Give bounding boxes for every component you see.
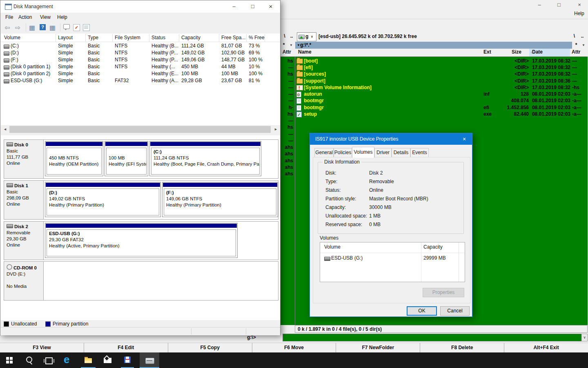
command-history-dropdown[interactable]: ∨ (581, 334, 588, 341)
tab-details[interactable]: Details (392, 148, 410, 157)
scrollbar-thumb[interactable] (9, 126, 271, 133)
tc-left-root-button[interactable]: \ (282, 33, 287, 39)
file-row[interactable]: bootmgrefi1.452.85608.01.2019 02:03-a— (295, 104, 587, 111)
command-line-input[interactable] (283, 334, 581, 341)
dm-menu-help[interactable]: Help (57, 14, 67, 20)
file-row[interactable]: [efi]<DIR>17.03.2019 08:32— (295, 64, 587, 71)
dialog-title-bar[interactable]: IS917 innostor USB Device Properties (310, 133, 472, 145)
dm-menu-file[interactable]: File (5, 14, 13, 20)
volume-row[interactable]: ESD-USB (G:)SimpleBasicFAT32Healthy (A..… (1, 77, 280, 84)
search-button[interactable] (20, 352, 39, 368)
column-header-date[interactable]: ↓Date (530, 49, 543, 56)
tab-volumes[interactable]: Volumes (352, 147, 374, 158)
tc-left-up-button[interactable]: .. (288, 33, 295, 39)
dm-menu-action[interactable]: Action (18, 14, 32, 20)
f8-delete-button[interactable]: F8 Delete (420, 343, 504, 353)
volume-row[interactable]: (Disk 0 partition 1)SimpleBasicNTFSHealt… (1, 63, 280, 70)
scroll-left-icon[interactable]: ◄ (1, 125, 9, 134)
tab-general[interactable]: General (314, 148, 334, 157)
tc-close-button[interactable]: × (572, 0, 586, 10)
dm-col-freespace[interactable]: Free Spa... (221, 34, 245, 42)
file-row[interactable]: setupexe82.44008.01.2019 02:03-a— (295, 111, 587, 117)
file-row[interactable]: [sources]<DIR>17.03.2019 08:32— (295, 71, 587, 77)
tab-events[interactable]: Events (410, 148, 429, 157)
column-header-ext[interactable]: Ext (483, 49, 491, 56)
tc-right-dropdown-icon[interactable]: ▼ (581, 43, 586, 47)
mail-button[interactable] (98, 352, 118, 368)
show-table-icon[interactable]: ▦ (29, 24, 35, 31)
disk2-label[interactable]: Disk 2 Removable 29,30 GB Online (4, 222, 44, 260)
partition-c[interactable]: (C:)111,24 GB NTFSHealthy (Boot, Page Fi… (149, 141, 261, 176)
disk-management-task-button[interactable] (140, 352, 159, 368)
volume-row[interactable]: (Disk 0 partition 2)SimpleBasicHealthy (… (1, 70, 280, 77)
check-disk-icon[interactable]: ✓ (73, 24, 80, 31)
tc-right-root-button[interactable]: \ (571, 33, 577, 39)
ok-button[interactable]: OK (407, 306, 437, 316)
altf4-exit-button[interactable]: Alt+F4 Exit (504, 343, 588, 353)
volumes-list[interactable]: Volume Capacity ESD-USB (G:) 29999 MB (320, 242, 465, 282)
file-row[interactable]: [boot]<DIR>17.03.2019 08:32— (295, 58, 587, 64)
partition-d[interactable]: (D:)149,02 GB NTFSHealthy (Primary Parti… (45, 182, 161, 217)
file-explorer-button[interactable] (78, 352, 98, 368)
partition-esd-usb[interactable]: ESD-USB (G:)29,30 GB FAT32Healthy (Activ… (45, 223, 238, 258)
tc-left-select-button[interactable]: * (281, 42, 287, 48)
f6-move-button[interactable]: F6 Move (252, 343, 336, 353)
dialog-close-button[interactable]: × (457, 133, 472, 145)
help-icon[interactable]: ? (40, 24, 46, 30)
f7-newfolder-button[interactable]: F7 NewFolder (336, 343, 420, 353)
total-commander-task-button[interactable] (118, 352, 137, 368)
show-graphical-view-icon[interactable]: ▦ (49, 24, 56, 31)
file-row[interactable]: bootmgr408.07408.01.2019 02:03-a— (295, 97, 587, 104)
file-row[interactable]: autoruninf12808.01.2019 02:03-a— (295, 91, 587, 97)
dm-col-type[interactable]: Type (88, 34, 98, 42)
tc-maximize-button[interactable]: □ (552, 0, 566, 10)
dm-maximize-button[interactable]: □ (243, 0, 262, 13)
cdrom-label[interactable]: CD-ROM 0 DVD (E:) No Media (4, 262, 44, 300)
disk1-label[interactable]: Disk 1 Basic 298,09 GB Online (4, 181, 44, 219)
dm-col-layout[interactable]: Layout (58, 34, 73, 42)
properties-list-icon[interactable] (83, 24, 90, 31)
tc-menu-help[interactable]: Help (574, 11, 584, 16)
dm-title-bar[interactable]: Disk Management – □ × (0, 0, 280, 13)
dm-col-status[interactable]: Status (151, 34, 165, 42)
column-header-size[interactable]: Size (512, 49, 521, 56)
start-button[interactable] (0, 352, 20, 368)
forward-icon[interactable]: ⇨ (15, 24, 20, 31)
comment-bubble-icon[interactable] (63, 24, 70, 29)
partition-efi[interactable]: 100 MBHealthy (EFI Syste (105, 141, 148, 176)
cancel-button[interactable]: Cancel (440, 306, 470, 316)
tab-policies[interactable]: Policies (334, 148, 352, 157)
tab-driver[interactable]: Driver (374, 148, 392, 157)
drive-combo[interactable]: g ∨ (297, 32, 316, 41)
tc-right-up-button[interactable]: .. (579, 33, 586, 39)
dm-col-filesystem[interactable]: File System (115, 34, 140, 42)
column-header-name[interactable]: Name (298, 49, 312, 56)
task-view-button[interactable] (39, 352, 59, 368)
f5-copy-button[interactable]: F5 Copy (168, 343, 252, 353)
partition-oem[interactable]: 450 MB NTFSHealthy (OEM Partition) (45, 141, 103, 176)
tc-left-dropdown-icon[interactable]: ▼ (288, 43, 294, 47)
tc-right-select-button[interactable]: * (573, 42, 579, 48)
dm-col-volume[interactable]: Volume (4, 34, 20, 42)
dm-close-button[interactable]: × (261, 0, 280, 13)
column-header-attr[interactable]: Attr (572, 49, 580, 56)
dm-minimize-button[interactable]: – (225, 0, 243, 13)
properties-button-disabled[interactable]: Properties (423, 288, 464, 297)
path-bar[interactable]: ▼g:\*.* (295, 42, 572, 49)
f3-view-button[interactable]: F3 View (0, 343, 84, 353)
partition-f[interactable]: (F:)149,06 GB NTFSHealthy (Primary Parti… (162, 182, 278, 217)
f4-edit-button[interactable]: F4 Edit (84, 343, 168, 353)
dm-horizontal-scrollbar[interactable]: ◄ ► (1, 125, 280, 134)
volume-row[interactable]: (C:)SimpleBasicNTFSHealthy (B...111,24 G… (1, 43, 280, 49)
volume-row[interactable]: (F:)SimpleBasicNTFSHealthy (P...149,06 G… (1, 56, 280, 63)
edge-button[interactable]: e (59, 352, 78, 368)
file-row[interactable]: [System Volume Information]<DIR>17.03.20… (295, 84, 587, 91)
dm-col-capacity[interactable]: Capacity (181, 34, 200, 42)
dm-menu-view[interactable]: View (40, 14, 51, 20)
file-row[interactable]: [support]<DIR>17.03.2019 08:36— (295, 78, 587, 84)
back-icon[interactable]: ⇦ (4, 24, 10, 31)
disk0-label[interactable]: Disk 0 Basic 111,77 GB Online (4, 140, 44, 178)
dm-col-percentfree[interactable]: % Free (249, 34, 265, 42)
volume-row[interactable]: (D:)SimpleBasicNTFSHealthy (P...149,02 G… (1, 49, 280, 56)
scroll-right-icon[interactable]: ► (272, 125, 280, 134)
